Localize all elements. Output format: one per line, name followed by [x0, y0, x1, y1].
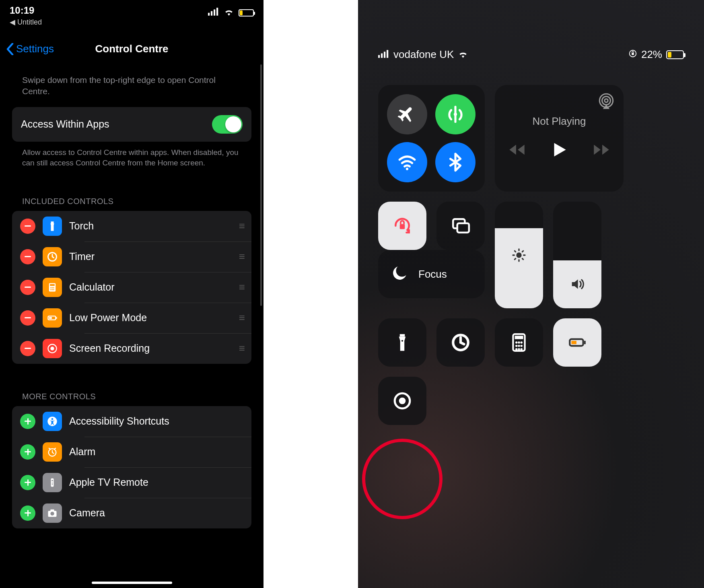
moon-icon	[389, 263, 410, 285]
volume-icon	[569, 202, 585, 308]
row-label: Torch	[69, 220, 232, 232]
svg-rect-59	[571, 341, 576, 344]
volume-slider[interactable]	[553, 202, 601, 308]
more-list: Accessibility Shortcuts Alarm Apple TV R…	[12, 406, 251, 528]
access-toggle[interactable]	[212, 115, 243, 134]
add-button[interactable]	[20, 444, 35, 460]
remove-button[interactable]	[20, 341, 35, 356]
svg-point-50	[518, 341, 520, 343]
next-track-icon[interactable]	[591, 140, 611, 161]
drag-handle-icon[interactable]: ≡	[239, 220, 243, 232]
list-item-accessibility[interactable]: Accessibility Shortcuts	[12, 406, 251, 437]
svg-point-62	[399, 398, 406, 404]
list-item-alarm[interactable]: Alarm	[12, 437, 251, 467]
svg-rect-60	[584, 341, 586, 344]
wifi-icon	[223, 7, 235, 18]
calculator-button[interactable]	[495, 318, 543, 367]
low-power-mode-button[interactable]	[553, 318, 601, 367]
back-button[interactable]: Settings	[6, 43, 54, 55]
svg-rect-40	[400, 224, 405, 229]
svg-point-45	[401, 340, 403, 342]
media-module[interactable]: Not Playing	[495, 85, 624, 192]
drag-handle-icon[interactable]: ≡	[239, 312, 243, 324]
airplane-mode-button[interactable]	[387, 94, 427, 134]
list-item-calculator[interactable]: Calculator ≡	[12, 272, 251, 303]
cellular-data-button[interactable]	[435, 94, 476, 134]
torch-button[interactable]	[378, 318, 426, 367]
svg-point-25	[52, 484, 53, 485]
remove-button[interactable]	[20, 219, 35, 234]
list-item-low-power-mode[interactable]: Low Power Mode ≡	[12, 303, 251, 333]
remove-button[interactable]	[20, 310, 35, 326]
focus-button[interactable]: Focus	[378, 250, 485, 298]
orientation-lock-status-icon	[628, 48, 637, 61]
cellular-signal-icon	[378, 48, 389, 61]
play-icon[interactable]	[549, 140, 569, 161]
svg-point-52	[515, 345, 517, 347]
timer-button[interactable]	[436, 318, 485, 367]
drag-handle-icon[interactable]: ≡	[239, 342, 243, 355]
svg-rect-7	[50, 284, 55, 286]
drag-handle-icon[interactable]: ≡	[239, 250, 243, 263]
bluetooth-button[interactable]	[435, 142, 476, 182]
back-to-app[interactable]: ◀ Untitled	[10, 18, 42, 27]
svg-point-49	[515, 341, 517, 343]
list-item-camera[interactable]: Camera	[12, 498, 251, 528]
row-label: Screen Recording	[69, 342, 232, 354]
svg-rect-48	[515, 336, 523, 339]
add-button[interactable]	[20, 505, 35, 521]
list-item-apple-tv-remote[interactable]: Apple TV Remote	[12, 467, 251, 498]
list-item-timer[interactable]: Timer ≡	[12, 241, 251, 272]
svg-rect-1	[211, 11, 212, 16]
svg-rect-3	[216, 8, 218, 16]
add-button[interactable]	[20, 414, 35, 429]
annotation-circle	[362, 439, 443, 519]
calculator-icon	[43, 278, 62, 297]
wifi-icon	[458, 48, 468, 61]
focus-label: Focus	[418, 268, 447, 281]
status-time: 10:19	[10, 5, 42, 16]
status-bar: 10:19 ◀ Untitled	[0, 0, 263, 27]
svg-point-13	[53, 289, 54, 290]
remove-button[interactable]	[20, 280, 35, 295]
battery-icon	[43, 308, 62, 328]
panel-gap	[263, 0, 358, 588]
home-indicator[interactable]	[92, 582, 172, 584]
battery-pct: 22%	[641, 48, 662, 61]
row-label: Camera	[69, 507, 243, 519]
screen-recording-button[interactable]	[378, 377, 426, 425]
included-header: INCLUDED CONTROLS	[0, 169, 263, 211]
wifi-button[interactable]	[387, 142, 427, 182]
list-item-screen-recording[interactable]: Screen Recording ≡	[12, 333, 251, 364]
more-header: MORE CONTROLS	[0, 364, 263, 406]
screen-mirroring-button[interactable]	[436, 202, 485, 250]
drag-handle-icon[interactable]: ≡	[239, 281, 243, 293]
row-label: Low Power Mode	[69, 312, 232, 324]
connectivity-module[interactable]	[378, 85, 485, 192]
scroll-indicator[interactable]	[260, 64, 262, 306]
hint-text: Swipe down from the top-right edge to op…	[0, 67, 263, 107]
battery-icon	[666, 50, 684, 59]
svg-point-8	[50, 287, 51, 289]
camera-icon	[43, 503, 62, 523]
svg-rect-28	[50, 510, 54, 512]
svg-rect-29	[378, 55, 380, 58]
svg-point-35	[453, 113, 457, 116]
svg-rect-44	[400, 334, 405, 336]
cc-status-bar: vodafone UK 22%	[378, 0, 684, 61]
airplay-icon[interactable]	[596, 91, 616, 113]
included-list: Torch ≡ Timer ≡ Calculator ≡ Low Power M…	[12, 211, 251, 364]
svg-point-12	[52, 289, 53, 290]
list-item-torch[interactable]: Torch ≡	[12, 211, 251, 241]
orientation-lock-button[interactable]	[378, 202, 426, 250]
brightness-slider[interactable]	[495, 202, 543, 308]
svg-point-18	[50, 347, 54, 350]
svg-point-54	[521, 345, 523, 347]
nav-bar: Settings Control Centre	[0, 27, 263, 67]
remove-button[interactable]	[20, 249, 35, 264]
battery-icon	[239, 9, 254, 17]
previous-track-icon[interactable]	[507, 140, 527, 161]
torch-icon	[43, 217, 62, 236]
add-button[interactable]	[20, 475, 35, 490]
svg-rect-2	[214, 9, 215, 15]
